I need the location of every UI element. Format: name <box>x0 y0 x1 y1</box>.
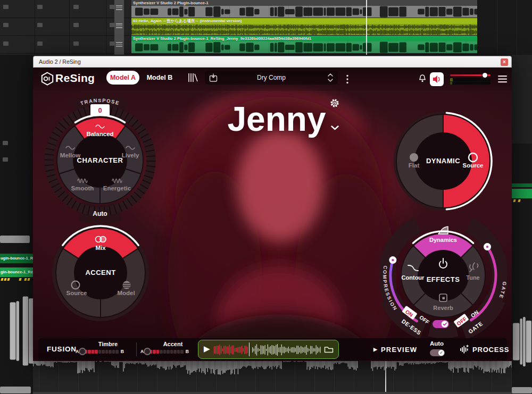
svg-text:Reverb: Reverb <box>433 305 453 311</box>
audio-clip[interactable]: 03 Hello, Again ～昔からある場所～ (instrumental … <box>131 18 532 35</box>
track-button[interactable] <box>3 41 9 46</box>
play-icon[interactable]: ▶ <box>204 344 210 354</box>
track-menu-strip[interactable] <box>114 0 124 55</box>
accent-knob[interactable] <box>144 348 151 355</box>
chevron-updown-icon[interactable] <box>328 73 333 82</box>
waveform <box>0 361 532 375</box>
svg-text:Dynamics: Dynamics <box>429 237 457 243</box>
hamburger-menu-icon[interactable] <box>498 76 507 83</box>
svg-text:Smooth: Smooth <box>71 185 94 191</box>
dynamic-wheel: DYNAMIC Flat Source <box>392 110 494 212</box>
wheel-title: DYNAMIC <box>426 157 460 165</box>
clip-title: Synthesizer V Studio 2 Plugin-bounce-1_R… <box>131 36 477 41</box>
check-icon: ✓ <box>438 350 444 356</box>
waveform <box>0 292 33 370</box>
clip-title: Synthesizer V Studio 2 Plugin-bounce-1 <box>131 0 477 6</box>
folder-icon[interactable] <box>324 346 334 353</box>
svg-text:Flat: Flat <box>409 162 420 169</box>
preview-button[interactable]: ▶ PREVIEW <box>373 338 417 361</box>
speaker-icon <box>430 72 444 86</box>
playhead <box>366 0 367 55</box>
daw-right-edge <box>512 55 532 394</box>
svg-text:Energetic: Energetic <box>103 185 131 191</box>
track-button[interactable] <box>73 5 79 9</box>
take-marker <box>518 199 520 202</box>
dynamics-icon <box>438 227 448 234</box>
audio-clip[interactable] <box>512 189 532 198</box>
auto-process-label: Auto <box>428 340 446 347</box>
svg-text:Source: Source <box>463 162 484 169</box>
clip-title: 03 Hello, Again ～昔からある場所～ (instrumental … <box>131 18 532 24</box>
voice-name[interactable]: Jenny <box>170 99 383 139</box>
monitor-speaker-button[interactable] <box>430 72 444 86</box>
library-icon[interactable] <box>188 73 198 82</box>
track-button[interactable] <box>37 5 43 9</box>
audio-clip[interactable] <box>512 183 532 187</box>
bell-icon[interactable] <box>418 74 427 83</box>
svg-text:Lively: Lively <box>122 152 139 158</box>
wheel-title: CHARACTER <box>77 156 123 164</box>
tab-model-a[interactable]: Model A <box>106 71 139 85</box>
svg-text:Balanced: Balanced <box>86 131 113 137</box>
take-marker <box>1 278 3 281</box>
volume-knob[interactable] <box>483 73 487 78</box>
kebab-menu-icon[interactable] <box>346 74 349 84</box>
close-button[interactable]: × <box>501 58 508 66</box>
level-meter <box>450 78 491 81</box>
window-title: Audio 2 / ReSing <box>39 58 81 65</box>
horizontal-scrollbar[interactable] <box>0 236 30 243</box>
take-marker <box>4 278 6 281</box>
audio-clip[interactable]: ugin-bounce-1_ReSin <box>0 254 33 263</box>
svg-text:Tune: Tune <box>466 274 479 281</box>
chevron-down-icon[interactable] <box>331 125 339 130</box>
track-button[interactable] <box>73 23 79 27</box>
plugin-header: ReSing Model A Model B Dry Comp <box>33 68 512 91</box>
accent-wheel: ACCENT Mix Source Model <box>51 223 150 322</box>
timbre-slider[interactable] <box>81 350 119 354</box>
track-button[interactable] <box>37 41 43 46</box>
player-playhead[interactable] <box>249 342 250 356</box>
track-button[interactable] <box>3 5 9 9</box>
mix-blend-icon <box>100 237 106 242</box>
plugin-body: ReSing Model A Model B Dry Comp <box>33 68 512 361</box>
window-titlebar[interactable]: Audio 2 / ReSing × <box>33 56 512 68</box>
svg-text:Model: Model <box>117 290 135 296</box>
audio-clip[interactable]: gin-bounce-1_ReSin <box>0 267 33 277</box>
process-button[interactable]: PROCESS <box>460 338 509 361</box>
preset-selector[interactable]: Dry Comp <box>205 71 338 85</box>
auto-process-toggle[interactable]: ✓ <box>430 349 445 356</box>
accent-slider[interactable] <box>146 350 184 354</box>
timbre-knob[interactable] <box>79 348 86 355</box>
wheel-title: EFFECTS <box>427 275 460 283</box>
wheel-title: ACCENT <box>85 269 115 276</box>
track-button[interactable] <box>3 23 9 27</box>
track-button[interactable] <box>3 141 8 145</box>
waveform <box>513 311 532 372</box>
horizontal-scrollbar[interactable] <box>0 392 532 394</box>
take-marker <box>7 278 10 281</box>
track-button[interactable] <box>37 23 43 27</box>
playhead <box>385 361 386 394</box>
preview-player[interactable]: ▶ <box>198 340 339 359</box>
play-icon: ▶ <box>373 347 377 352</box>
track-button[interactable] <box>73 41 79 46</box>
waveform-source <box>252 344 321 356</box>
tab-model-b[interactable]: Model B <box>144 71 176 85</box>
character-wheel: TRANSPOSE 0 CHARACTER Balanced Mellow Li… <box>39 94 161 227</box>
audio-clip[interactable]: Synthesizer V Studio 2 Plugin-bounce-1_R… <box>131 36 477 53</box>
transpose-value: 0 <box>98 106 102 114</box>
auto-label[interactable]: Auto <box>93 210 107 217</box>
fusion-bar: FUSION Timbre A B Accent A B <box>38 338 507 361</box>
svg-text:Contour: Contour <box>402 274 425 281</box>
resing-logo-icon <box>40 72 54 86</box>
daw-left-edge: ugin-bounce-1_ReSin gin-bounce-1_ReSin <box>0 55 33 394</box>
horizontal-scrollbar[interactable] <box>512 387 532 393</box>
svg-text:Mellow: Mellow <box>60 152 80 158</box>
horizontal-scrollbar[interactable] <box>0 387 31 393</box>
level-meter <box>450 82 491 85</box>
gear-icon[interactable] <box>330 98 339 108</box>
audio-clip[interactable]: Synthesizer V Studio 2 Plugin-bounce-1 <box>131 0 477 18</box>
track-button[interactable] <box>3 157 8 162</box>
accent-slider-group: Accent A B <box>140 341 205 354</box>
effects-wheel: COMPRESSION GATE EFFECTS Dynamics <box>379 212 507 339</box>
